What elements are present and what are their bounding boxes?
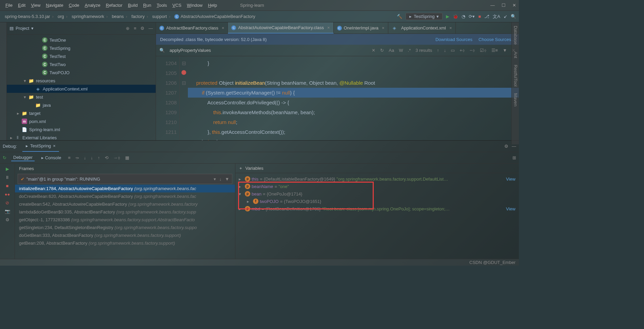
- close-find-icon[interactable]: ✕: [372, 48, 375, 53]
- close-icon[interactable]: ✕: [512, 3, 516, 8]
- drop-frame-icon[interactable]: ⟲: [105, 155, 109, 160]
- close-icon[interactable]: ×: [222, 25, 225, 30]
- camera-icon[interactable]: 📷: [5, 209, 10, 214]
- toggle-selection-icon[interactable]: ☑⎀: [480, 48, 487, 53]
- menu-navigate[interactable]: Navigate: [43, 3, 66, 8]
- coverage-icon[interactable]: ◔: [462, 14, 465, 19]
- close-icon[interactable]: ×: [382, 25, 385, 30]
- find-input[interactable]: [170, 48, 305, 53]
- frames-list[interactable]: initializeBean:1784, AbstractAutowireCap…: [15, 185, 235, 259]
- debugger-tab[interactable]: Debugger: [11, 154, 35, 161]
- menu-build[interactable]: Build: [125, 3, 140, 8]
- stack-frame[interactable]: initializeBean:1784, AbstractAutowireCap…: [15, 185, 235, 192]
- menu-vcs[interactable]: VCS: [170, 3, 184, 8]
- menu-analyze[interactable]: Analyze: [82, 3, 103, 8]
- tree-row[interactable]: 📁java: [7, 101, 156, 109]
- breakpoint-icon[interactable]: [181, 70, 186, 75]
- menu-file[interactable]: File: [3, 3, 15, 8]
- stack-frame[interactable]: doCreateBean:620, AbstractAutowireCapabl…: [15, 192, 235, 200]
- prev-match-icon[interactable]: ↑: [437, 48, 439, 53]
- gear-icon[interactable]: ⚙: [504, 144, 508, 149]
- breadcrumb[interactable]: beans: [110, 14, 130, 19]
- ant-tool[interactable]: Ant: [512, 52, 518, 58]
- run-to-cursor-icon[interactable]: →⎀: [113, 155, 120, 160]
- debug-icon[interactable]: 🐞: [453, 14, 458, 19]
- select-open-file-icon[interactable]: ⊕: [126, 26, 130, 31]
- plus-icon[interactable]: +: [239, 166, 242, 171]
- view-breakpoints-icon[interactable]: ●●: [5, 192, 10, 197]
- close-icon[interactable]: ×: [53, 143, 56, 148]
- source-text[interactable]: } protected Object initializeBean(String…: [188, 56, 519, 140]
- expand-all-icon[interactable]: ≡: [134, 26, 136, 31]
- close-icon[interactable]: ×: [327, 25, 330, 30]
- run-config-selector[interactable]: ▸ TestSpring ▾: [406, 13, 443, 20]
- evaluate-icon[interactable]: ▦: [125, 155, 129, 160]
- settings-icon[interactable]: ☰≡: [491, 48, 498, 53]
- close-icon[interactable]: ×: [449, 25, 452, 30]
- filter-icon[interactable]: ▼: [225, 177, 229, 182]
- menu-run[interactable]: Run: [140, 3, 154, 8]
- tree-row[interactable]: mpom.xml: [7, 117, 156, 125]
- breadcrumb[interactable]: support: [150, 14, 173, 19]
- run-icon[interactable]: ▶: [446, 14, 449, 19]
- find-history-icon[interactable]: ↻: [380, 48, 384, 53]
- tree-row[interactable]: ▾📁test: [7, 93, 156, 101]
- menu-tools[interactable]: Tools: [154, 3, 170, 8]
- maximize-icon[interactable]: ☐: [502, 3, 506, 8]
- tree-row[interactable]: CTestTest: [7, 52, 156, 60]
- resume-icon[interactable]: ▶: [6, 166, 9, 171]
- tree-row[interactable]: CTestSpring: [7, 44, 156, 52]
- menu-help[interactable]: Help: [205, 3, 220, 8]
- stack-frame[interactable]: doGetBean:333, AbstractBeanFactory (org.…: [15, 231, 235, 239]
- database-tool[interactable]: Database: [512, 26, 518, 45]
- breadcrumb[interactable]: CAbstractAutowireCapableBeanFactory: [172, 14, 257, 19]
- hide-icon[interactable]: —: [149, 26, 153, 31]
- restful-tool[interactable]: RestfulTool: [512, 65, 518, 86]
- breadcrumb[interactable]: org: [56, 14, 70, 19]
- project-tree[interactable]: CTestOneCTestSpringCTestTestCTestTwoCTwo…: [7, 35, 156, 140]
- stop-icon[interactable]: ■: [478, 14, 481, 19]
- tree-row[interactable]: CTestOne: [7, 36, 156, 44]
- editor-tab[interactable]: COneInterImpl.java×: [334, 22, 388, 34]
- rerun-icon[interactable]: ↻: [3, 155, 6, 160]
- code-area[interactable]: 120412051206120712081209121012111212 ⊟⊟ …: [156, 56, 519, 140]
- chevron-down-icon[interactable]: ▾: [214, 177, 216, 182]
- console-tab[interactable]: ▸ Console: [39, 155, 63, 161]
- download-sources-link[interactable]: Download Sources: [435, 37, 472, 42]
- arrow-down-icon[interactable]: ↓: [219, 177, 222, 182]
- tree-row[interactable]: ▸📁target: [7, 109, 156, 117]
- pause-icon[interactable]: ⏸: [5, 175, 9, 180]
- step-out-icon[interactable]: ↑: [98, 155, 100, 160]
- editor-tab[interactable]: ◈ApplicationContext.xml×: [388, 22, 456, 34]
- remove-selection-icon[interactable]: −⎀: [470, 48, 475, 53]
- menu-view[interactable]: View: [28, 3, 43, 8]
- maven-tool[interactable]: Maven: [512, 93, 518, 106]
- select-all-icon[interactable]: ▭: [451, 48, 455, 53]
- breadcrumb[interactable]: spring-beans-5.3.10.jar: [3, 14, 56, 19]
- debug-session-tab[interactable]: ▸ TestSpring ×: [22, 141, 59, 152]
- editor-tab[interactable]: CAbstractBeanFactory.class×: [156, 22, 228, 34]
- menu-edit[interactable]: Edit: [15, 3, 28, 8]
- tree-row[interactable]: CTwoPOJO: [7, 68, 156, 77]
- tree-row[interactable]: ▾📁resources: [7, 77, 156, 85]
- gear-icon[interactable]: ⚙: [140, 26, 144, 31]
- stack-frame[interactable]: lambda$doGetBean$0:335, AbstractBeanFact…: [15, 208, 235, 216]
- editor-tab[interactable]: CAbstractAutowireCapableBeanFactory.clas…: [228, 22, 333, 34]
- profiler-icon[interactable]: ⟳▾: [469, 14, 475, 19]
- breadcrumb[interactable]: factory: [129, 14, 150, 19]
- next-match-icon[interactable]: ↓: [444, 48, 446, 53]
- stack-frame[interactable]: getBean:208, AbstractBeanFactory (org.sp…: [15, 239, 235, 247]
- force-step-into-icon[interactable]: ↓: [91, 155, 93, 160]
- variables-tree[interactable]: ▸p this = {DefaultListableBeanFactory@16…: [235, 173, 519, 259]
- gear-icon[interactable]: ⚙: [5, 217, 9, 222]
- step-over-icon[interactable]: ⤼: [75, 155, 79, 160]
- menu-window[interactable]: Window: [184, 3, 205, 8]
- tree-row[interactable]: CTestTwo: [7, 60, 156, 68]
- add-selection-icon[interactable]: +⎀: [460, 48, 465, 53]
- hide-icon[interactable]: —: [512, 144, 516, 149]
- git-icon[interactable]: ⎇: [484, 14, 489, 19]
- choose-sources-link[interactable]: Choose Sources...: [479, 37, 515, 42]
- search-icon[interactable]: 🔍: [511, 14, 516, 19]
- match-case-icon[interactable]: Aa: [389, 48, 394, 53]
- tree-row[interactable]: ▸⫴External Libraries: [7, 133, 156, 140]
